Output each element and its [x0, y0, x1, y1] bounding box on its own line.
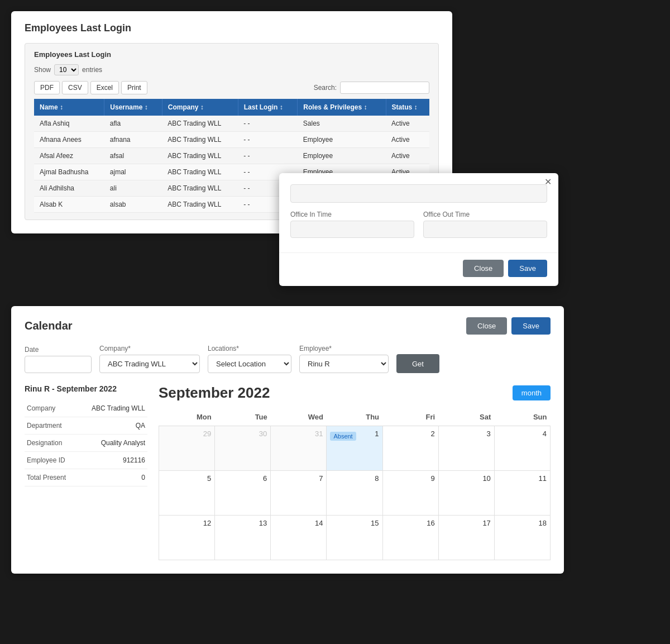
employee-select[interactable]: Rinu R — [299, 355, 389, 373]
calendar-cell[interactable]: 6 — [215, 471, 271, 516]
csv-button[interactable]: CSV — [62, 81, 88, 94]
calendar-day-header: Thu — [327, 408, 382, 426]
cell-last_login: - - — [238, 148, 298, 164]
calendar-cell[interactable]: 7 — [271, 471, 327, 516]
col-last-login: Last Login ↕ — [238, 99, 298, 116]
print-button[interactable]: Print — [121, 81, 147, 94]
calendar-cell[interactable]: 18 — [494, 516, 550, 560]
company-filter: Company* ABC Trading WLL — [99, 345, 200, 373]
cell-username: afla — [104, 116, 162, 132]
cell-company: ABC Trading WLL — [162, 132, 238, 148]
office-in-input[interactable]: 2022-08-03 00:00 — [290, 221, 414, 238]
pdf-button[interactable]: PDF — [34, 81, 60, 94]
location-filter: Locations* Select Location — [208, 345, 291, 373]
calendar-cell[interactable]: 29 — [159, 426, 215, 471]
modal-save-btn[interactable]: Save — [508, 260, 547, 277]
calendar-save-btn[interactable]: Save — [511, 317, 551, 335]
modal-footer: Close Save — [279, 252, 558, 286]
calendar-cell[interactable]: 30 — [215, 426, 271, 471]
calendar-cell[interactable]: 3 — [438, 426, 494, 471]
calendar-cell[interactable]: 14 — [271, 516, 327, 560]
cell-username: alsab — [104, 197, 162, 213]
calendar-panel: Calendar Close Save Date 2022-09 Company… — [11, 306, 564, 574]
col-status: Status ↕ — [386, 99, 429, 116]
calendar-cell[interactable]: 15 — [327, 516, 382, 560]
modal-close-btn[interactable]: Close — [463, 260, 504, 277]
employee-label: Employee* — [299, 345, 389, 352]
calendar-cell[interactable]: 1Absent — [327, 426, 382, 471]
entries-select[interactable]: 10 25 50 — [54, 64, 79, 75]
get-button[interactable]: Get — [396, 354, 439, 373]
cell-last_login: - - — [238, 132, 298, 148]
calendar-cell[interactable]: 5 — [159, 471, 215, 516]
info-row: DesignationQuality Analyst — [25, 435, 147, 452]
calendar-day-header: Sun — [494, 408, 550, 426]
employees-panel-title: Employees Last Login — [25, 22, 439, 34]
info-value: ABC Trading WLL — [77, 400, 147, 417]
calendar-week-row: 567891011 — [159, 471, 551, 516]
info-label: Total Present — [25, 469, 77, 486]
cell-role: Sales — [298, 116, 386, 132]
col-name: Name ↕ — [34, 99, 104, 116]
office-out-input[interactable]: 2022-08-03 00:00 — [423, 221, 547, 238]
excel-button[interactable]: Excel — [90, 81, 119, 94]
calendar-day-header: Mon — [159, 408, 215, 426]
info-value: QA — [77, 417, 147, 435]
calendar-grid: MonTueWedThuFriSatSun 2930311Absent23456… — [159, 408, 551, 560]
info-row: DepartmentQA — [25, 417, 147, 435]
col-company: Company ↕ — [162, 99, 238, 116]
calendar-content: Rinu R - September 2022 CompanyABC Tradi… — [25, 384, 551, 560]
cell-name: Ajmal Badhusha — [34, 164, 104, 180]
calendar-week-row: 12131415161718 — [159, 516, 551, 560]
company-label: Company* — [99, 345, 200, 352]
export-buttons: PDF CSV Excel Print — [34, 81, 147, 94]
cell-name: Afsal Afeez — [34, 148, 104, 164]
search-input[interactable] — [340, 82, 429, 94]
employee-info: Rinu R - September 2022 CompanyABC Tradi… — [25, 384, 147, 560]
event-badge: Absent — [330, 432, 356, 441]
cell-last_login: - - — [238, 116, 298, 132]
calendar-day-header: Wed — [271, 408, 327, 426]
calendar-cell[interactable]: 2 — [382, 426, 438, 471]
calendar-cell[interactable]: 31 — [271, 426, 327, 471]
employee-filter: Employee* Rinu R — [299, 345, 389, 373]
calendar-cell[interactable]: 11 — [494, 471, 550, 516]
cell-name: Alsab K — [34, 197, 104, 213]
filter-row: Date 2022-09 Company* ABC Trading WLL Lo… — [25, 345, 551, 373]
info-row: Total Present0 — [25, 469, 147, 486]
calendar-cell[interactable]: 10 — [438, 471, 494, 516]
calendar-header-btns: Close Save — [466, 317, 551, 335]
search-label: Search: — [314, 84, 337, 92]
modal-body: 2022-08-03 Office In Time 2022-08-03 00:… — [279, 173, 558, 252]
calendar-month-header: September 2022 month — [159, 384, 551, 402]
calendar-cell[interactable]: 8 — [327, 471, 382, 516]
search-box: Search: — [314, 82, 429, 94]
info-value: Quality Analyst — [77, 435, 147, 452]
info-label: Designation — [25, 435, 77, 452]
modal-close-button[interactable]: ✕ — [544, 178, 552, 187]
cell-name: Ali Adhilsha — [34, 180, 104, 197]
company-select[interactable]: ABC Trading WLL — [99, 355, 200, 373]
calendar-cell[interactable]: 16 — [382, 516, 438, 560]
calendar-cell[interactable]: 12 — [159, 516, 215, 560]
date-input[interactable]: 2022-09 — [25, 356, 92, 373]
modal-date-input[interactable]: 2022-08-03 — [290, 184, 547, 203]
info-label: Employee ID — [25, 452, 77, 469]
calendar-cell[interactable]: 9 — [382, 471, 438, 516]
cell-status: Active — [386, 132, 429, 148]
calendar-cell[interactable]: 4 — [494, 426, 550, 471]
cell-status: Active — [386, 148, 429, 164]
calendar-close-btn[interactable]: Close — [466, 317, 507, 335]
location-select[interactable]: Select Location — [208, 355, 291, 373]
calendar-cell[interactable]: 17 — [438, 516, 494, 560]
calendar-day-header: Sat — [438, 408, 494, 426]
calendar-cell[interactable]: 13 — [215, 516, 271, 560]
calendar-title: Calendar — [25, 319, 73, 332]
office-out-label: Office Out Time — [423, 211, 547, 218]
date-label: Date — [25, 346, 92, 354]
cell-company: ABC Trading WLL — [162, 197, 238, 213]
col-username: Username ↕ — [104, 99, 162, 116]
edit-modal: ✕ 2022-08-03 Office In Time 2022-08-03 0… — [279, 173, 558, 286]
section-label: Employees Last Login — [34, 50, 429, 59]
month-button[interactable]: month — [513, 385, 551, 400]
